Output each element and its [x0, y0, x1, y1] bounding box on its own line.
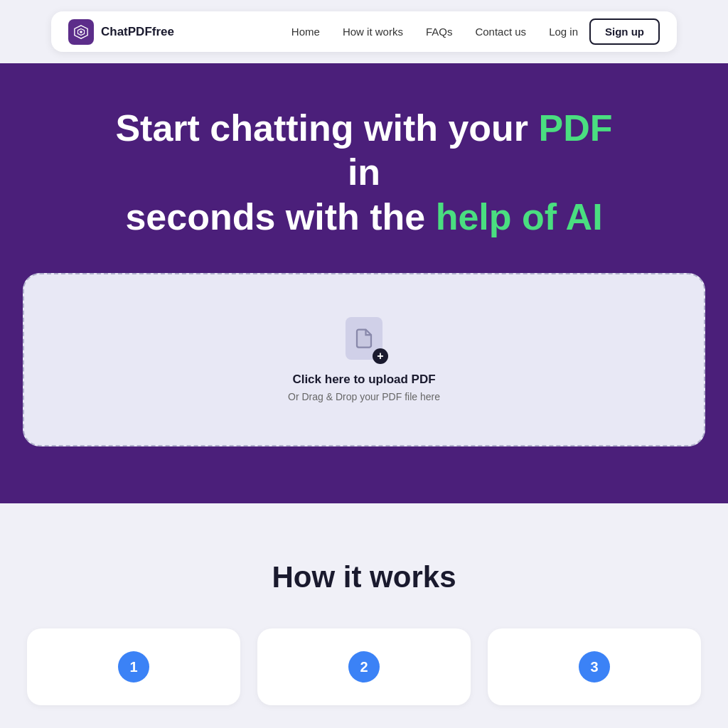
signup-button[interactable]: Sign up — [589, 18, 660, 45]
upload-icon-wrapper: + — [346, 317, 382, 360]
how-section-title: How it works — [14, 560, 714, 594]
upload-subtitle: Or Drag & Drop your PDF file here — [288, 391, 440, 402]
svg-point-2 — [80, 31, 82, 33]
brand-name: ChatPDFfree — [101, 25, 174, 39]
hero-section: Start chatting with your PDF inseconds w… — [0, 63, 728, 503]
nav-link-faqs[interactable]: FAQs — [426, 26, 453, 38]
logo-icon — [68, 19, 94, 45]
upload-title: Click here to upload PDF — [292, 373, 435, 387]
how-card-number-3: 3 — [579, 651, 610, 682]
nav-links: Home How it works FAQs Contact us — [291, 26, 526, 38]
how-card-number-2: 2 — [348, 651, 380, 682]
pdf-svg — [353, 328, 375, 349]
hero-title: Start chatting with your PDF inseconds w… — [108, 106, 620, 239]
upload-plus-badge: + — [373, 348, 388, 364]
how-cards-container: 1 2 3 — [14, 628, 714, 705]
logo-svg — [73, 24, 89, 40]
login-button[interactable]: Log in — [549, 26, 578, 38]
how-card-2: 2 — [257, 628, 471, 705]
navbar: ChatPDFfree Home How it works FAQs Conta… — [51, 11, 677, 52]
nav-link-how-it-works[interactable]: How it works — [343, 26, 403, 38]
how-it-works-section: How it works 1 2 3 — [0, 503, 728, 728]
navbar-wrapper: ChatPDFfree Home How it works FAQs Conta… — [0, 0, 728, 63]
nav-auth: Log in Sign up — [549, 18, 660, 45]
upload-area[interactable]: + Click here to upload PDF Or Drag & Dro… — [23, 273, 705, 446]
nav-link-contact-us[interactable]: Contact us — [475, 26, 526, 38]
nav-logo[interactable]: ChatPDFfree — [68, 19, 174, 45]
nav-link-home[interactable]: Home — [291, 26, 320, 38]
how-card-3: 3 — [488, 628, 701, 705]
how-card-1: 1 — [27, 628, 240, 705]
how-card-number-1: 1 — [118, 651, 149, 682]
